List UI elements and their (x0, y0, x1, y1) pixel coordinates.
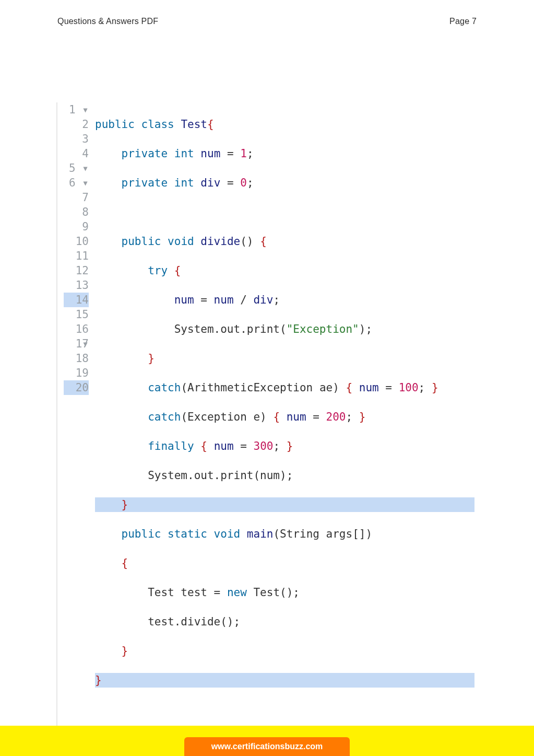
footer-band: www.certificationsbuzz.com (0, 726, 534, 756)
line-number: 8 (64, 205, 89, 219)
line-number: 12 (64, 263, 89, 278)
line-number: 1 ▾ (64, 102, 89, 117)
line-gutter: 1 ▾ 2 3 4 5 ▾ 6 ▾ 7 8 9 10 11 12 13 14 1… (64, 102, 95, 717)
line-number: 10 (64, 234, 89, 249)
line-number: 20 (64, 380, 89, 395)
line-number: 19 (64, 366, 89, 380)
line-number: 9 (64, 219, 89, 234)
line-number: 17 (64, 336, 89, 351)
line-number: 18 (64, 351, 89, 366)
line-number: 14 (64, 293, 89, 307)
page-header: Questions & Answers PDF Page 7 (0, 0, 534, 26)
line-number: 15 (64, 307, 89, 322)
footer-url: www.certificationsbuzz.com (184, 737, 350, 756)
content-card: 1 ▾ 2 3 4 5 ▾ 6 ▾ 7 8 9 10 11 12 13 14 1… (56, 102, 478, 756)
line-number: 2 (64, 117, 89, 132)
line-number: 13 (64, 278, 89, 293)
code-content: public class Test{ private int num = 1; … (95, 102, 474, 717)
line-number: 16 ▾ (64, 322, 89, 336)
line-number: 11 (64, 249, 89, 263)
line-number: 6 ▾ (64, 176, 89, 190)
line-number: 5 ▾ (64, 161, 89, 176)
line-number: 7 (64, 190, 89, 205)
header-left: Questions & Answers PDF (57, 17, 158, 26)
line-number: 3 (64, 132, 89, 146)
line-number: 4 (64, 146, 89, 161)
code-editor: 1 ▾ 2 3 4 5 ▾ 6 ▾ 7 8 9 10 11 12 13 14 1… (64, 102, 474, 717)
header-right: Page 7 (449, 17, 477, 26)
